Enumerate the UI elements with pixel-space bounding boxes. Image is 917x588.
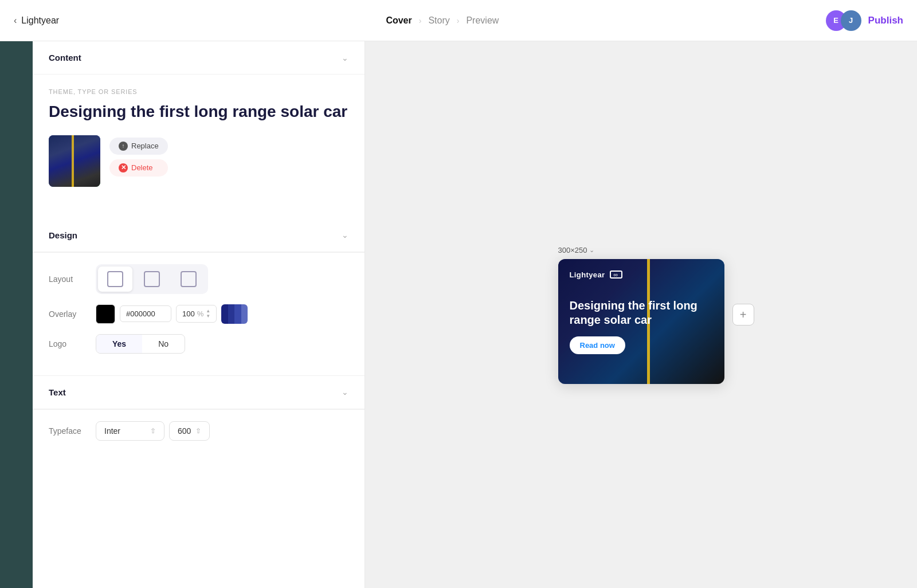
design-area: Layout Overlay bbox=[33, 252, 365, 375]
typeface-select[interactable]: Inter ⇧ bbox=[96, 421, 164, 441]
size-dropdown-icon[interactable]: ⌄ bbox=[589, 246, 594, 254]
upload-icon: ↑ bbox=[119, 142, 128, 151]
layout-icon-1 bbox=[107, 271, 123, 287]
content-area: THEME, TYPE OR SERIES Designing the firs… bbox=[33, 75, 365, 219]
design-section-header[interactable]: Design ⌄ bbox=[33, 219, 365, 252]
publish-button[interactable]: Publish bbox=[868, 15, 903, 26]
app-header: ‹ Lightyear Cover › Story › Preview E J … bbox=[0, 0, 917, 41]
opacity-down-icon[interactable]: ▼ bbox=[206, 314, 210, 319]
design-chevron-icon: ⌄ bbox=[342, 230, 348, 240]
layout-row: Layout bbox=[49, 264, 348, 294]
weight-select[interactable]: 600 ⇧ bbox=[169, 421, 210, 441]
logo-toggle-group: Yes No bbox=[96, 334, 185, 354]
layout-option-2[interactable] bbox=[135, 266, 169, 292]
header-right: E J Publish bbox=[826, 10, 903, 31]
add-slide-button[interactable]: + bbox=[732, 304, 754, 326]
text-area: Typeface Inter ⇧ 600 ⇧ bbox=[33, 409, 365, 462]
thumb-line bbox=[72, 135, 74, 187]
ad-body: Designing the first long range solar car… bbox=[570, 279, 713, 374]
typeface-group: Inter ⇧ 600 ⇧ bbox=[96, 421, 210, 441]
typeface-arrow-icon: ⇧ bbox=[150, 427, 156, 435]
weight-value: 600 bbox=[178, 426, 191, 436]
layout-option-3[interactable] bbox=[171, 266, 206, 292]
preview-container: 300×250 ⌄ Lightyear Designing the first … bbox=[558, 246, 724, 384]
overlay-row: Overlay 100 % ▲ ▼ bbox=[49, 304, 348, 324]
nav-cover[interactable]: Cover bbox=[381, 13, 416, 28]
back-nav[interactable]: ‹ Lightyear bbox=[14, 15, 59, 26]
ad-content: Lightyear Designing the first long range… bbox=[558, 259, 724, 384]
nav-sep-2: › bbox=[457, 16, 460, 25]
ad-cta-button[interactable]: Read now bbox=[570, 336, 625, 354]
preview-area: 300×250 ⌄ Lightyear Designing the first … bbox=[365, 41, 917, 588]
opacity-group: 100 % ▲ ▼ bbox=[176, 305, 217, 323]
layout-label: Layout bbox=[49, 275, 89, 284]
logo-row: Logo Yes No bbox=[49, 334, 348, 354]
nav-preview[interactable]: Preview bbox=[461, 13, 503, 28]
typeface-value: Inter bbox=[104, 426, 120, 436]
logo-yes-button[interactable]: Yes bbox=[96, 335, 142, 353]
content-section-header[interactable]: Content ⌄ bbox=[33, 41, 365, 75]
size-label-row: 300×250 ⌄ bbox=[558, 246, 724, 254]
layout-group bbox=[96, 264, 208, 294]
thumb-image bbox=[49, 135, 100, 187]
preset-2 bbox=[228, 304, 235, 324]
opacity-unit: % bbox=[197, 309, 204, 318]
weight-arrow-icon: ⇧ bbox=[195, 427, 201, 435]
text-chevron-icon: ⌄ bbox=[342, 387, 348, 397]
replace-button[interactable]: ↑ Replace bbox=[109, 138, 168, 155]
article-title: Designing the first long range solar car bbox=[49, 102, 348, 121]
sidebar-strip bbox=[0, 41, 33, 588]
preset-1 bbox=[221, 304, 228, 324]
content-title: Content bbox=[49, 53, 81, 62]
left-panel: Content ⌄ THEME, TYPE OR SERIES Designin… bbox=[33, 41, 365, 588]
overlay-hex-input[interactable] bbox=[120, 305, 171, 322]
nav-story[interactable]: Story bbox=[424, 13, 454, 28]
main-nav: Cover › Story › Preview bbox=[381, 13, 503, 28]
article-thumbnail bbox=[49, 135, 100, 187]
text-section-header[interactable]: Text ⌄ bbox=[33, 376, 365, 409]
layout-icon-2 bbox=[144, 271, 160, 287]
overlay-group: 100 % ▲ ▼ bbox=[96, 304, 248, 324]
ad-title: Designing the first long range solar car bbox=[570, 299, 713, 327]
layout-option-1[interactable] bbox=[98, 266, 132, 292]
ad-logo-row: Lightyear bbox=[570, 271, 713, 279]
content-chevron-icon: ⌄ bbox=[342, 53, 348, 62]
overlay-color-swatch[interactable] bbox=[96, 304, 115, 324]
color-presets[interactable] bbox=[221, 304, 248, 324]
preset-4 bbox=[241, 304, 248, 324]
layout-icon-3 bbox=[181, 271, 197, 287]
size-label: 300×250 bbox=[558, 246, 587, 254]
opacity-value: 100 bbox=[182, 309, 195, 318]
delete-button[interactable]: ✕ Delete bbox=[109, 159, 168, 177]
overlay-label: Overlay bbox=[49, 309, 89, 319]
image-row: ↑ Replace ✕ Delete bbox=[49, 135, 348, 187]
theme-label: THEME, TYPE OR SERIES bbox=[49, 88, 348, 95]
typeface-label: Typeface bbox=[49, 426, 89, 436]
main-layout: Content ⌄ THEME, TYPE OR SERIES Designin… bbox=[0, 41, 917, 588]
preset-3 bbox=[234, 304, 241, 324]
opacity-stepper[interactable]: ▲ ▼ bbox=[206, 309, 210, 319]
opacity-up-icon[interactable]: ▲ bbox=[206, 309, 210, 313]
design-title: Design bbox=[49, 230, 77, 240]
typeface-row: Typeface Inter ⇧ 600 ⇧ bbox=[49, 421, 348, 441]
back-chevron-icon: ‹ bbox=[14, 15, 17, 26]
text-title: Text bbox=[49, 387, 66, 397]
avatar-j: J bbox=[841, 10, 861, 31]
plus-icon: + bbox=[740, 308, 747, 322]
ad-card: Lightyear Designing the first long range… bbox=[558, 259, 724, 384]
ad-logo-text: Lightyear bbox=[570, 271, 605, 279]
nav-sep-1: › bbox=[419, 16, 422, 25]
image-actions: ↑ Replace ✕ Delete bbox=[109, 138, 168, 177]
ad-logo-icon bbox=[610, 271, 622, 279]
logo-no-button[interactable]: No bbox=[142, 335, 185, 353]
text-section: Text ⌄ Typeface Inter ⇧ 600 ⇧ bbox=[33, 375, 365, 462]
logo-label: Logo bbox=[49, 339, 89, 348]
delete-icon: ✕ bbox=[119, 163, 128, 173]
brand-name: Lightyear bbox=[21, 15, 59, 26]
